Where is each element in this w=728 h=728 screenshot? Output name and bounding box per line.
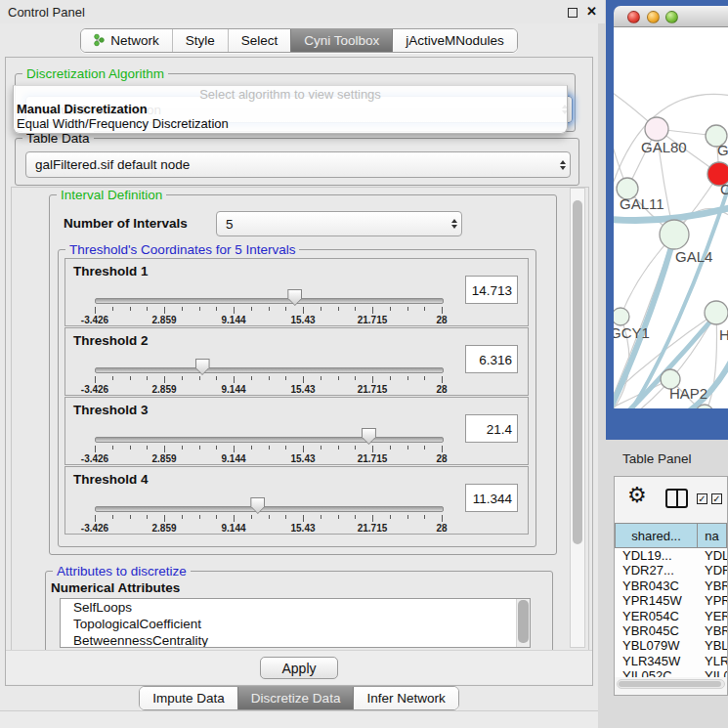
node[interactable] [614, 308, 629, 325]
node[interactable] [660, 220, 689, 249]
threshold-value-field[interactable]: 6.316 [465, 345, 518, 373]
cell-shared-name[interactable]: YPR145W [615, 593, 698, 608]
tab-infer-network[interactable]: Infer Network [353, 687, 457, 709]
cell-shared-name[interactable]: YLR345W [615, 654, 698, 668]
algorithm-option-equal-width-frequency-discretization[interactable]: Equal Width/Frequency Discretization [14, 116, 567, 131]
tab-jactivemnodules[interactable]: jActiveMNodules [392, 29, 517, 52]
list-scrollbar[interactable] [516, 599, 530, 647]
tick-mark [303, 446, 304, 452]
node-table: ⚙ ✓ ✓ shared...na YDL19...YDL1YDR27...YD… [614, 476, 728, 696]
cell-name[interactable]: YBR0 [698, 623, 727, 638]
thresholds-group: Threshold's Coordinates for 5 Intervals … [58, 249, 536, 547]
tick-mark [269, 376, 270, 380]
threshold-panel-4: Threshold 4-3.4262.8599.14415.4321.71528… [64, 466, 529, 535]
slider-track[interactable] [95, 298, 444, 304]
column-header-2[interactable]: na [698, 523, 727, 548]
close-icon[interactable]: ✕ [586, 4, 597, 19]
algorithm-option-manual-discretization[interactable]: Manual Discretization [14, 102, 567, 116]
tab-impute-data[interactable]: Impute Data [140, 687, 237, 709]
network-window-titlebar[interactable] [614, 6, 728, 27]
cell-name[interactable]: YBR0 [698, 578, 727, 593]
list-scrollbar-thumb[interactable] [518, 600, 529, 643]
network-canvas[interactable]: GAL80G.CGAL11GAL4GCY1HHAP2 [614, 27, 728, 408]
minimize-traffic-light-icon[interactable] [647, 11, 660, 23]
column-header-1[interactable]: shared... [615, 523, 698, 548]
tick-label: 15.43 [290, 384, 315, 395]
cell-name[interactable]: YDR2 [698, 563, 727, 578]
threshold-value-field[interactable]: 11.344 [465, 484, 518, 512]
table-row[interactable]: YBR045CYBR0 [615, 623, 727, 638]
tick-mark [407, 307, 408, 311]
tick-mark [112, 515, 113, 519]
table-row[interactable]: YER054CYER0 [615, 609, 727, 623]
node-label: HAP2 [669, 385, 707, 402]
table-hscrollbar-thumb[interactable] [619, 681, 721, 687]
table-data-combo[interactable]: galFiltered.sif default node [25, 151, 571, 178]
combo-stepper-icon[interactable] [447, 212, 461, 236]
cell-shared-name[interactable]: YBL079W [615, 638, 698, 653]
columns-icon[interactable] [665, 489, 688, 508]
slider-track[interactable] [95, 367, 444, 373]
cell-shared-name[interactable]: YDR27... [615, 563, 698, 578]
threshold-value-field[interactable]: 21.4 [465, 414, 518, 443]
cell-name[interactable]: YIL0 [698, 668, 727, 677]
tab-label: jActiveMNodules [406, 33, 504, 48]
cell-name[interactable]: YDL1 [698, 548, 727, 563]
threshold-value-field[interactable]: 14.713 [465, 276, 518, 304]
node[interactable] [705, 301, 728, 324]
tick-mark [407, 376, 408, 380]
panel-scrollbar-thumb[interactable] [573, 200, 582, 544]
cell-shared-name[interactable]: YIL052C [615, 668, 698, 677]
table-row[interactable]: YPR145WYPR1 [615, 593, 727, 608]
close-traffic-light-icon[interactable] [627, 11, 640, 23]
tab-discretize-data[interactable]: Discretize Data [237, 687, 354, 709]
tick-mark [112, 446, 113, 450]
tab-label: Cyni Toolbox [304, 33, 379, 48]
checkbox-icon[interactable]: ✓ [711, 493, 722, 504]
attribute-item-topologicalcoefficient[interactable]: TopologicalCoefficient [61, 616, 530, 632]
tick-mark [355, 307, 356, 311]
slider-track[interactable] [95, 506, 444, 512]
table-row[interactable]: YIL052CYIL0 [615, 668, 727, 677]
cell-name[interactable]: YLR3 [698, 654, 727, 668]
attribute-item-betweennesscentrality[interactable]: BetweennessCentrality [61, 632, 530, 648]
cell-shared-name[interactable]: YDL19... [615, 548, 698, 563]
node-label: GAL11 [620, 195, 664, 212]
slider-track[interactable] [95, 437, 444, 443]
table-row[interactable]: YBL079WYBL0 [615, 638, 727, 653]
attributes-group: Attributes to discretize Numerical Attri… [45, 571, 553, 652]
tab-style[interactable]: Style [172, 29, 228, 52]
attribute-item-selfloops[interactable]: SelfLoops [61, 599, 530, 616]
cell-name[interactable]: YER0 [698, 609, 727, 623]
table-row[interactable]: YBR043CYBR0 [615, 578, 727, 593]
table-row[interactable]: YLR345WYLR3 [615, 654, 727, 668]
gear-icon[interactable]: ⚙ [627, 484, 647, 507]
numerical-attributes-list[interactable]: SelfLoopsTopologicalCoefficientBetweenne… [60, 598, 531, 648]
num-intervals-combo[interactable]: 5 [216, 211, 462, 236]
cell-name[interactable]: YPR1 [698, 593, 727, 608]
tick-mark [338, 376, 339, 380]
table-hscrollbar[interactable] [617, 679, 725, 689]
panel-scrollbar[interactable] [570, 188, 585, 648]
float-window-icon[interactable] [568, 8, 578, 18]
tick-mark [130, 307, 131, 311]
table-row[interactable]: YDR27...YDR2 [615, 563, 727, 578]
combo-stepper-icon[interactable] [555, 152, 570, 177]
cell-shared-name[interactable]: YER054C [615, 609, 698, 623]
cell-shared-name[interactable]: YBR043C [615, 578, 698, 593]
table-row[interactable]: YDL19...YDL1 [615, 548, 727, 563]
tab-select[interactable]: Select [228, 29, 291, 52]
cell-name[interactable]: YBL0 [698, 638, 727, 653]
apply-button[interactable]: Apply [260, 657, 338, 679]
tick-label: -3.426 [81, 384, 108, 395]
tick-mark [130, 515, 131, 519]
tick-mark [251, 515, 252, 519]
cell-shared-name[interactable]: YBR045C [615, 623, 698, 638]
network-window: GAL80G.CGAL11GAL4GCY1HHAP2 [606, 0, 728, 440]
threshold-label: Threshold 2 [73, 333, 149, 348]
checkbox-icon[interactable]: ✓ [697, 493, 707, 504]
zoom-traffic-light-icon[interactable] [665, 11, 678, 23]
tab-cyni-toolbox[interactable]: Cyni Toolbox [290, 29, 392, 52]
node[interactable] [645, 117, 668, 141]
tab-network[interactable]: Network [81, 29, 172, 52]
